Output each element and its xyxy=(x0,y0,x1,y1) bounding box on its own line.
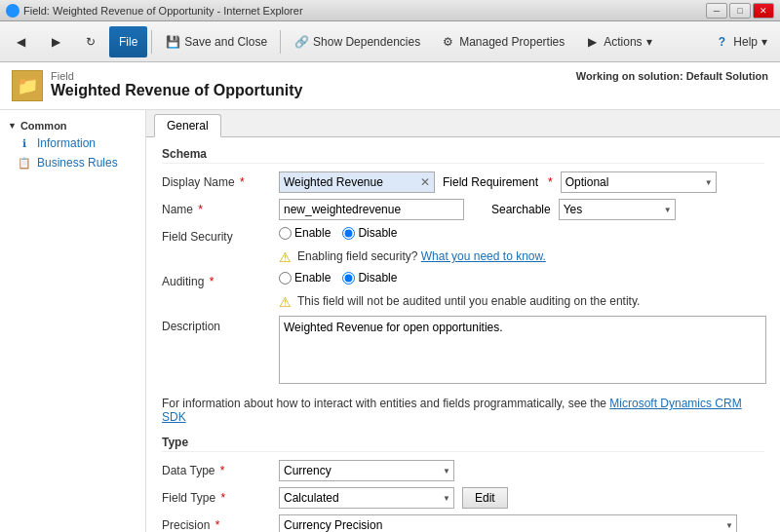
actions-label: Actions xyxy=(604,35,642,49)
display-name-input-wrap: ✕ xyxy=(279,171,435,193)
precision-label: Precision * xyxy=(162,514,279,532)
help-button[interactable]: ? Help ▾ xyxy=(705,26,776,57)
data-type-label: Data Type * xyxy=(162,460,279,477)
page-header: Field Weighted Revenue of Opportunity Wo… xyxy=(0,62,780,110)
searchable-select-wrap: Yes No xyxy=(559,199,676,220)
content-wrapper: Common ℹ Information 📋 Business Rules Ge… xyxy=(0,110,780,532)
actions-arrow-icon: ▾ xyxy=(646,35,652,49)
toolbar-separator-2 xyxy=(280,30,281,54)
refresh-button[interactable]: ↻ xyxy=(74,26,107,57)
type-section-header: Type xyxy=(162,436,764,452)
field-security-label: Field Security xyxy=(162,226,279,244)
forward-icon: ▶ xyxy=(48,34,63,50)
deps-icon: 🔗 xyxy=(293,34,309,50)
field-security-warning-link[interactable]: What you need to know. xyxy=(421,249,546,263)
title-bar: Field: Weighted Revenue of Opportunity -… xyxy=(0,0,780,21)
field-security-warning-row: ⚠ Enabling field security? What you need… xyxy=(162,249,764,265)
description-field: Weighted Revenue for open opportunities. xyxy=(279,316,766,387)
minimize-button[interactable]: ─ xyxy=(706,3,727,19)
entity-icon xyxy=(12,70,43,101)
warning-icon-1: ⚠ xyxy=(279,249,292,265)
save-close-button[interactable]: 💾 Save and Close xyxy=(156,26,276,57)
forward-button[interactable]: ▶ xyxy=(39,26,72,57)
field-security-disable-label[interactable]: Disable xyxy=(342,226,397,240)
toolbar-right: ? Help ▾ xyxy=(705,26,776,57)
searchable-label: Searchable xyxy=(491,203,551,216)
description-row: Description Weighted Revenue for open op… xyxy=(162,316,764,387)
field-type-row: Field Type * Calculated Simple Rollup Ed… xyxy=(162,487,764,509)
auditing-required: * xyxy=(210,275,214,288)
name-input[interactable] xyxy=(279,199,464,220)
data-type-field: Currency xyxy=(279,460,764,481)
field-type-select[interactable]: Calculated Simple Rollup xyxy=(279,487,454,509)
description-input[interactable]: Weighted Revenue for open opportunities. xyxy=(279,316,766,384)
field-security-field: Enable Disable xyxy=(279,226,764,240)
help-arrow-icon: ▾ xyxy=(761,35,767,49)
field-requirement-select-wrap: Optional Business Recommended Business R… xyxy=(561,171,717,193)
refresh-icon: ↻ xyxy=(83,34,98,50)
help-icon: ? xyxy=(714,34,729,50)
edit-button[interactable]: Edit xyxy=(462,487,508,509)
main-content: General Schema Display Name * ✕ Field Re… xyxy=(146,110,780,532)
display-name-input[interactable] xyxy=(279,171,435,193)
title-bar-left: Field: Weighted Revenue of Opportunity -… xyxy=(6,4,303,18)
save-icon: 💾 xyxy=(165,34,180,50)
warning-icon-2: ⚠ xyxy=(279,294,292,310)
field-security-enable-radio[interactable] xyxy=(279,227,292,240)
field-type-label: Field Type * xyxy=(162,487,279,505)
field-security-radio-group: Enable Disable xyxy=(279,226,397,240)
precision-select-wrap: Currency Precision 1 2 3 4 xyxy=(279,514,737,532)
precision-row: Precision * Currency Precision 1 2 3 4 xyxy=(162,514,764,532)
props-icon: ⚙ xyxy=(440,34,455,50)
tabs: General xyxy=(146,110,780,137)
auditing-disable-radio[interactable] xyxy=(342,272,355,285)
sidebar-item-business-rules-label: Business Rules xyxy=(37,156,118,170)
tab-general[interactable]: General xyxy=(154,114,221,137)
field-security-enable-label[interactable]: Enable xyxy=(279,226,331,240)
data-type-select-wrap: Currency xyxy=(279,460,454,481)
close-button[interactable]: ✕ xyxy=(753,3,774,19)
information-icon: ℹ xyxy=(18,136,31,150)
entity-type: Field xyxy=(51,70,302,82)
auditing-enable-label[interactable]: Enable xyxy=(279,271,331,285)
tab-general-label: General xyxy=(167,119,209,133)
auditing-warning-text: This field will not be audited until you… xyxy=(297,294,640,308)
auditing-field: Enable Disable xyxy=(279,271,764,285)
auditing-disable-text: Disable xyxy=(358,271,397,285)
title-bar-controls: ─ □ ✕ xyxy=(706,3,774,19)
show-deps-button[interactable]: 🔗 Show Dependencies xyxy=(285,26,429,57)
name-field: Searchable Yes No xyxy=(279,199,764,220)
auditing-enable-radio[interactable] xyxy=(279,272,292,285)
schema-section-header: Schema xyxy=(162,147,764,164)
field-security-enable-text: Enable xyxy=(294,226,331,240)
sidebar: Common ℹ Information 📋 Business Rules xyxy=(0,110,146,532)
file-button-label: File xyxy=(119,35,137,49)
auditing-radio-group: Enable Disable xyxy=(279,271,397,285)
description-label: Description xyxy=(162,316,279,333)
field-security-row: Field Security Enable Disable xyxy=(162,226,764,244)
managed-props-button[interactable]: ⚙ Managed Properties xyxy=(431,26,573,57)
back-button[interactable]: ◀ xyxy=(4,26,37,57)
actions-button[interactable]: ▶ Actions ▾ xyxy=(575,26,660,57)
field-type-select-wrap: Calculated Simple Rollup xyxy=(279,487,454,509)
display-name-clear-button[interactable]: ✕ xyxy=(417,174,433,190)
data-type-select[interactable]: Currency xyxy=(279,460,454,481)
field-security-disable-radio[interactable] xyxy=(342,227,355,240)
field-requirement-select[interactable]: Optional Business Recommended Business R… xyxy=(561,171,717,193)
maximize-button[interactable]: □ xyxy=(729,3,751,19)
display-name-row: Display Name * ✕ Field Requirement * Opt… xyxy=(162,171,764,193)
ie-icon xyxy=(6,4,20,18)
file-button[interactable]: File xyxy=(109,26,147,57)
sidebar-item-information[interactable]: ℹ Information xyxy=(0,133,145,153)
entity-name: Weighted Revenue of Opportunity xyxy=(51,82,302,99)
auditing-warning-row: ⚠ This field will not be audited until y… xyxy=(162,294,764,310)
auditing-disable-label[interactable]: Disable xyxy=(342,271,397,285)
sidebar-item-business-rules[interactable]: 📋 Business Rules xyxy=(0,153,145,172)
window-title: Field: Weighted Revenue of Opportunity -… xyxy=(23,5,303,17)
searchable-select[interactable]: Yes No xyxy=(559,199,676,220)
sidebar-section-label: Common xyxy=(20,120,67,132)
display-name-field: ✕ Field Requirement * Optional Business … xyxy=(279,171,764,193)
precision-select[interactable]: Currency Precision 1 2 3 4 xyxy=(279,514,737,532)
precision-field: Currency Precision 1 2 3 4 xyxy=(279,514,764,532)
solution-label: Working on solution: Default Solution xyxy=(576,70,768,82)
